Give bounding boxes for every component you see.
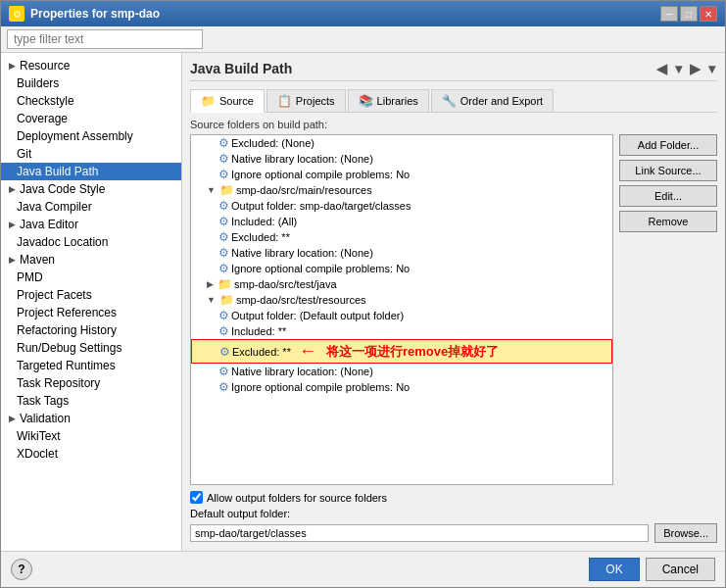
tree-item-excluded-none[interactable]: ⚙ Excluded: (None) xyxy=(191,135,612,151)
nav-dropdown[interactable]: ▾ xyxy=(673,61,684,76)
sidebar-item-deployment-assembly[interactable]: Deployment Assembly xyxy=(1,127,181,145)
sidebar-item-task-tags[interactable]: Task Tags xyxy=(1,392,181,410)
tab-source[interactable]: 📁 Source xyxy=(190,89,265,113)
sidebar-item-wikitext[interactable]: WikiText xyxy=(1,427,181,445)
settings-icon: ⚙ xyxy=(218,199,229,213)
sidebar-item-label: Builders xyxy=(17,76,59,90)
browse-button[interactable]: Browse... xyxy=(654,523,717,543)
link-source-button[interactable]: Link Source... xyxy=(619,160,717,181)
sidebar-item-task-repository[interactable]: Task Repository xyxy=(1,374,181,392)
sidebar-item-xdoclet[interactable]: XDoclet xyxy=(1,445,181,463)
tree-item-output-default[interactable]: ⚙ Output folder: (Default output folder) xyxy=(191,308,612,323)
tree-item-native-lib-3[interactable]: ⚙ Native library location: (None) xyxy=(191,364,612,379)
forward-button[interactable]: ▶ xyxy=(688,61,702,76)
sidebar-item-java-editor[interactable]: ▶ Java Editor xyxy=(1,216,181,233)
tree-item-text: Ignore optional compile problems: No xyxy=(231,381,410,393)
sidebar-item-refactoring-history[interactable]: Refactoring History xyxy=(1,321,181,339)
annotation-arrow: ← xyxy=(299,341,316,362)
source-tree[interactable]: ⚙ Excluded: (None) ⚙ Native library loca… xyxy=(190,134,613,485)
filter-input[interactable] xyxy=(7,29,203,49)
expand-icon: ▼ xyxy=(207,295,216,305)
allow-output-checkbox[interactable] xyxy=(190,491,203,504)
tree-item-excluded-star2[interactable]: ⚙ Excluded: ** ← 将这一项进行remove掉就好了 xyxy=(191,339,612,364)
folder-icon: 📁 xyxy=(219,293,234,307)
output-row: Browse... xyxy=(190,523,717,543)
tabs: 📁 Source 📋 Projects 📚 Libraries 🔧 Order … xyxy=(190,89,717,113)
cancel-button[interactable]: Cancel xyxy=(646,558,715,581)
sidebar-item-java-build-path[interactable]: Java Build Path xyxy=(1,163,181,180)
sidebar-item-maven[interactable]: ▶ Maven xyxy=(1,251,181,269)
order-tab-icon: 🔧 xyxy=(442,94,457,108)
add-folder-button[interactable]: Add Folder... xyxy=(619,134,717,156)
tree-item-included-star[interactable]: ⚙ Included: ** xyxy=(191,323,612,339)
sidebar-item-validation[interactable]: ▶ Validation xyxy=(1,410,181,427)
sidebar-item-checkstyle[interactable]: Checkstyle xyxy=(1,92,181,110)
help-button[interactable]: ? xyxy=(11,559,32,580)
tree-item-output-folder-1[interactable]: ⚙ Output folder: smp-dao/target/classes xyxy=(191,198,612,214)
properties-dialog: ⚙ Properties for smp-dao ─ □ ✕ ▶ Resourc… xyxy=(0,0,726,588)
tree-item-native-lib-2[interactable]: ⚙ Native library location: (None) xyxy=(191,245,612,261)
sidebar-item-project-facets[interactable]: Project Facets xyxy=(1,286,181,304)
arrow-icon: ▶ xyxy=(9,414,16,423)
tree-item-test-resources[interactable]: ▼ 📁 smp-dao/src/test/resources xyxy=(191,292,612,308)
sidebar-item-label: Checkstyle xyxy=(17,94,74,108)
tree-item-text: Output folder: (Default output folder) xyxy=(231,310,404,321)
ok-button[interactable]: OK xyxy=(589,558,639,581)
settings-icon: ⚙ xyxy=(218,168,229,181)
output-folder-input[interactable] xyxy=(190,524,649,542)
expand-icon: ▶ xyxy=(207,279,214,289)
settings-icon: ⚙ xyxy=(218,365,229,378)
sidebar-item-label: Task Tags xyxy=(17,394,69,408)
annotation-text: 将这一项进行remove掉就好了 xyxy=(326,343,499,361)
tab-order-export[interactable]: 🔧 Order and Export xyxy=(431,89,554,112)
main-panel: Java Build Path ◀ ▾ ▶ ▾ 📁 Source 📋 Proje… xyxy=(182,53,725,551)
sidebar-item-builders[interactable]: Builders xyxy=(1,74,181,92)
sidebar-item-label: Refactoring History xyxy=(17,323,117,337)
tree-item-text: Ignore optional compile problems: No xyxy=(231,263,410,274)
tab-libraries[interactable]: 📚 Libraries xyxy=(348,89,429,112)
arrow-icon: ▶ xyxy=(9,220,16,229)
forward-dropdown[interactable]: ▾ xyxy=(706,61,717,76)
remove-button[interactable]: Remove xyxy=(619,211,717,232)
tree-item-native-lib-1[interactable]: ⚙ Native library location: (None) xyxy=(191,151,612,167)
sidebar-item-targeted-runtimes[interactable]: Targeted Runtimes xyxy=(1,357,181,374)
sidebar-item-label: Project References xyxy=(17,306,117,319)
arrow-icon: ▶ xyxy=(9,61,16,71)
tab-label: Source xyxy=(219,95,254,107)
tree-item-included-all[interactable]: ⚙ Included: (All) xyxy=(191,214,612,229)
tree-item-ignore-1[interactable]: ⚙ Ignore optional compile problems: No xyxy=(191,167,612,182)
tree-item-ignore-2[interactable]: ⚙ Ignore optional compile problems: No xyxy=(191,261,612,276)
sidebar-item-run-debug-settings[interactable]: Run/Debug Settings xyxy=(1,339,181,357)
right-button-panel: Add Folder... Link Source... Edit... Rem… xyxy=(619,134,717,485)
folder-icon: 📁 xyxy=(218,277,232,291)
sidebar-item-pmd[interactable]: PMD xyxy=(1,269,181,286)
close-button[interactable]: ✕ xyxy=(700,6,717,22)
tab-projects[interactable]: 📋 Projects xyxy=(266,89,346,112)
tree-item-excluded-star1[interactable]: ⚙ Excluded: ** xyxy=(191,229,612,245)
tree-item-text: smp-dao/src/test/java xyxy=(234,278,337,290)
minimize-button[interactable]: ─ xyxy=(660,6,678,22)
tree-item-test-java[interactable]: ▶ 📁 smp-dao/src/test/java xyxy=(191,276,612,292)
sidebar-item-project-references[interactable]: Project References xyxy=(1,304,181,321)
projects-tab-icon: 📋 xyxy=(277,94,292,108)
sidebar-item-label: Maven xyxy=(20,253,55,267)
sidebar-item-label: Javadoc Location xyxy=(17,235,108,249)
panel-nav: ◀ ▾ ▶ ▾ xyxy=(654,61,717,76)
back-button[interactable]: ◀ xyxy=(654,61,669,76)
sidebar-item-java-compiler[interactable]: Java Compiler xyxy=(1,198,181,216)
sidebar-item-label: Targeted Runtimes xyxy=(17,359,116,372)
settings-icon: ⚙ xyxy=(218,152,229,166)
settings-icon: ⚙ xyxy=(218,309,229,322)
edit-button[interactable]: Edit... xyxy=(619,185,717,207)
sidebar-item-label: Git xyxy=(17,147,31,161)
sidebar-item-coverage[interactable]: Coverage xyxy=(1,110,181,127)
tree-item-main-resources[interactable]: ▼ 📁 smp-dao/src/main/resources xyxy=(191,182,612,198)
maximize-button[interactable]: □ xyxy=(680,6,698,22)
sidebar-item-java-code-style[interactable]: ▶ Java Code Style xyxy=(1,180,181,198)
tree-item-ignore-3[interactable]: ⚙ Ignore optional compile problems: No xyxy=(191,379,612,395)
tree-item-text: Included: (All) xyxy=(231,216,297,227)
title-bar-left: ⚙ Properties for smp-dao xyxy=(9,6,160,22)
sidebar-item-resource[interactable]: ▶ Resource xyxy=(1,57,181,74)
sidebar-item-javadoc-location[interactable]: Javadoc Location xyxy=(1,233,181,251)
sidebar-item-git[interactable]: Git xyxy=(1,145,181,163)
